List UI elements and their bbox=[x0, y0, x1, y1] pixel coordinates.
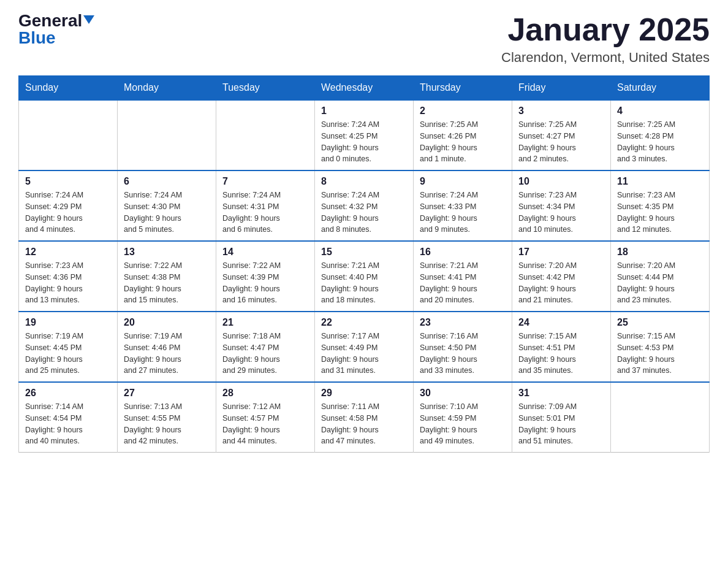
calendar-table: SundayMondayTuesdayWednesdayThursdayFrid… bbox=[18, 75, 710, 453]
day-number: 5 bbox=[25, 176, 111, 187]
day-info: Sunrise: 7:15 AM Sunset: 4:51 PM Dayligh… bbox=[518, 331, 604, 377]
day-number: 18 bbox=[617, 247, 703, 258]
day-info: Sunrise: 7:13 AM Sunset: 4:55 PM Dayligh… bbox=[124, 401, 210, 447]
day-info: Sunrise: 7:12 AM Sunset: 4:57 PM Dayligh… bbox=[222, 401, 308, 447]
calendar-cell: 30Sunrise: 7:10 AM Sunset: 4:59 PM Dayli… bbox=[414, 382, 512, 453]
main-title: January 2025 bbox=[501, 12, 710, 47]
calendar-cell: 28Sunrise: 7:12 AM Sunset: 4:57 PM Dayli… bbox=[216, 382, 315, 453]
day-number: 25 bbox=[617, 317, 703, 328]
day-info: Sunrise: 7:25 AM Sunset: 4:27 PM Dayligh… bbox=[518, 119, 604, 165]
day-number: 21 bbox=[222, 317, 308, 328]
day-info: Sunrise: 7:19 AM Sunset: 4:45 PM Dayligh… bbox=[25, 331, 111, 377]
day-number: 26 bbox=[25, 388, 111, 399]
calendar-header-friday: Friday bbox=[512, 76, 611, 101]
day-number: 23 bbox=[420, 317, 506, 328]
day-number: 1 bbox=[321, 105, 407, 117]
day-number: 3 bbox=[518, 105, 604, 117]
calendar-header-thursday: Thursday bbox=[414, 76, 512, 101]
day-number: 14 bbox=[222, 247, 308, 258]
title-block: January 2025 Clarendon, Vermont, United … bbox=[501, 12, 710, 66]
calendar-cell: 20Sunrise: 7:19 AM Sunset: 4:46 PM Dayli… bbox=[118, 312, 216, 382]
day-number: 17 bbox=[518, 247, 604, 258]
calendar-cell: 2Sunrise: 7:25 AM Sunset: 4:26 PM Daylig… bbox=[414, 100, 512, 170]
day-number: 29 bbox=[321, 388, 407, 399]
day-number: 16 bbox=[420, 247, 506, 258]
calendar-cell: 19Sunrise: 7:19 AM Sunset: 4:45 PM Dayli… bbox=[19, 312, 118, 382]
calendar-cell bbox=[611, 382, 710, 453]
day-info: Sunrise: 7:17 AM Sunset: 4:49 PM Dayligh… bbox=[321, 331, 407, 377]
day-info: Sunrise: 7:21 AM Sunset: 4:40 PM Dayligh… bbox=[321, 260, 407, 306]
day-info: Sunrise: 7:10 AM Sunset: 4:59 PM Dayligh… bbox=[420, 401, 506, 447]
calendar-cell: 3Sunrise: 7:25 AM Sunset: 4:27 PM Daylig… bbox=[512, 100, 611, 170]
day-info: Sunrise: 7:25 AM Sunset: 4:26 PM Dayligh… bbox=[420, 119, 506, 165]
day-info: Sunrise: 7:15 AM Sunset: 4:53 PM Dayligh… bbox=[617, 331, 703, 377]
logo: General Blue bbox=[18, 12, 94, 47]
day-info: Sunrise: 7:25 AM Sunset: 4:28 PM Dayligh… bbox=[617, 119, 703, 165]
day-info: Sunrise: 7:24 AM Sunset: 4:29 PM Dayligh… bbox=[25, 190, 111, 236]
calendar-week-row: 5Sunrise: 7:24 AM Sunset: 4:29 PM Daylig… bbox=[19, 170, 710, 241]
calendar-cell: 25Sunrise: 7:15 AM Sunset: 4:53 PM Dayli… bbox=[611, 312, 710, 382]
day-number: 7 bbox=[222, 176, 308, 187]
calendar-cell: 29Sunrise: 7:11 AM Sunset: 4:58 PM Dayli… bbox=[315, 382, 414, 453]
day-number: 31 bbox=[518, 388, 604, 399]
day-info: Sunrise: 7:18 AM Sunset: 4:47 PM Dayligh… bbox=[222, 331, 308, 377]
calendar-header-tuesday: Tuesday bbox=[216, 76, 315, 101]
calendar-cell: 22Sunrise: 7:17 AM Sunset: 4:49 PM Dayli… bbox=[315, 312, 414, 382]
day-number: 13 bbox=[124, 247, 210, 258]
day-info: Sunrise: 7:23 AM Sunset: 4:36 PM Dayligh… bbox=[25, 260, 111, 306]
day-number: 19 bbox=[25, 317, 111, 328]
day-info: Sunrise: 7:23 AM Sunset: 4:34 PM Dayligh… bbox=[518, 190, 604, 236]
day-number: 22 bbox=[321, 317, 407, 328]
day-info: Sunrise: 7:19 AM Sunset: 4:46 PM Dayligh… bbox=[124, 331, 210, 377]
calendar-cell: 12Sunrise: 7:23 AM Sunset: 4:36 PM Dayli… bbox=[19, 241, 118, 312]
calendar-cell: 13Sunrise: 7:22 AM Sunset: 4:38 PM Dayli… bbox=[118, 241, 216, 312]
calendar-cell: 16Sunrise: 7:21 AM Sunset: 4:41 PM Dayli… bbox=[414, 241, 512, 312]
calendar-cell: 17Sunrise: 7:20 AM Sunset: 4:42 PM Dayli… bbox=[512, 241, 611, 312]
day-number: 2 bbox=[420, 105, 506, 117]
day-info: Sunrise: 7:16 AM Sunset: 4:50 PM Dayligh… bbox=[420, 331, 506, 377]
calendar-week-row: 19Sunrise: 7:19 AM Sunset: 4:45 PM Dayli… bbox=[19, 312, 710, 382]
calendar-header-sunday: Sunday bbox=[19, 76, 118, 101]
logo-general-text: General bbox=[18, 12, 82, 29]
day-info: Sunrise: 7:11 AM Sunset: 4:58 PM Dayligh… bbox=[321, 401, 407, 447]
day-number: 15 bbox=[321, 247, 407, 258]
day-info: Sunrise: 7:20 AM Sunset: 4:44 PM Dayligh… bbox=[617, 260, 703, 306]
calendar-cell: 1Sunrise: 7:24 AM Sunset: 4:25 PM Daylig… bbox=[315, 100, 414, 170]
day-info: Sunrise: 7:24 AM Sunset: 4:30 PM Dayligh… bbox=[124, 190, 210, 236]
calendar-cell: 21Sunrise: 7:18 AM Sunset: 4:47 PM Dayli… bbox=[216, 312, 315, 382]
calendar-cell: 23Sunrise: 7:16 AM Sunset: 4:50 PM Dayli… bbox=[414, 312, 512, 382]
day-number: 28 bbox=[222, 388, 308, 399]
day-number: 4 bbox=[617, 105, 703, 117]
calendar-week-row: 1Sunrise: 7:24 AM Sunset: 4:25 PM Daylig… bbox=[19, 100, 710, 170]
calendar-header-row: SundayMondayTuesdayWednesdayThursdayFrid… bbox=[19, 76, 710, 101]
day-info: Sunrise: 7:20 AM Sunset: 4:42 PM Dayligh… bbox=[518, 260, 604, 306]
calendar-week-row: 12Sunrise: 7:23 AM Sunset: 4:36 PM Dayli… bbox=[19, 241, 710, 312]
day-number: 24 bbox=[518, 317, 604, 328]
calendar-cell: 9Sunrise: 7:24 AM Sunset: 4:33 PM Daylig… bbox=[414, 170, 512, 241]
day-info: Sunrise: 7:24 AM Sunset: 4:31 PM Dayligh… bbox=[222, 190, 308, 236]
calendar-cell: 24Sunrise: 7:15 AM Sunset: 4:51 PM Dayli… bbox=[512, 312, 611, 382]
calendar-cell: 6Sunrise: 7:24 AM Sunset: 4:30 PM Daylig… bbox=[118, 170, 216, 241]
day-number: 10 bbox=[518, 176, 604, 187]
day-info: Sunrise: 7:22 AM Sunset: 4:39 PM Dayligh… bbox=[222, 260, 308, 306]
calendar-cell bbox=[19, 100, 118, 170]
calendar-cell: 15Sunrise: 7:21 AM Sunset: 4:40 PM Dayli… bbox=[315, 241, 414, 312]
calendar-cell: 31Sunrise: 7:09 AM Sunset: 5:01 PM Dayli… bbox=[512, 382, 611, 453]
day-info: Sunrise: 7:23 AM Sunset: 4:35 PM Dayligh… bbox=[617, 190, 703, 236]
day-number: 27 bbox=[124, 388, 210, 399]
calendar-cell: 27Sunrise: 7:13 AM Sunset: 4:55 PM Dayli… bbox=[118, 382, 216, 453]
calendar-cell: 4Sunrise: 7:25 AM Sunset: 4:28 PM Daylig… bbox=[611, 100, 710, 170]
day-info: Sunrise: 7:24 AM Sunset: 4:33 PM Dayligh… bbox=[420, 190, 506, 236]
calendar-cell: 10Sunrise: 7:23 AM Sunset: 4:34 PM Dayli… bbox=[512, 170, 611, 241]
day-number: 20 bbox=[124, 317, 210, 328]
logo-triangle-icon bbox=[83, 15, 94, 24]
day-info: Sunrise: 7:24 AM Sunset: 4:32 PM Dayligh… bbox=[321, 190, 407, 236]
calendar-cell: 11Sunrise: 7:23 AM Sunset: 4:35 PM Dayli… bbox=[611, 170, 710, 241]
calendar-cell: 8Sunrise: 7:24 AM Sunset: 4:32 PM Daylig… bbox=[315, 170, 414, 241]
subtitle: Clarendon, Vermont, United States bbox=[501, 50, 710, 66]
calendar-header-monday: Monday bbox=[118, 76, 216, 101]
calendar-cell: 14Sunrise: 7:22 AM Sunset: 4:39 PM Dayli… bbox=[216, 241, 315, 312]
day-info: Sunrise: 7:22 AM Sunset: 4:38 PM Dayligh… bbox=[124, 260, 210, 306]
calendar-cell bbox=[216, 100, 315, 170]
day-number: 8 bbox=[321, 176, 407, 187]
